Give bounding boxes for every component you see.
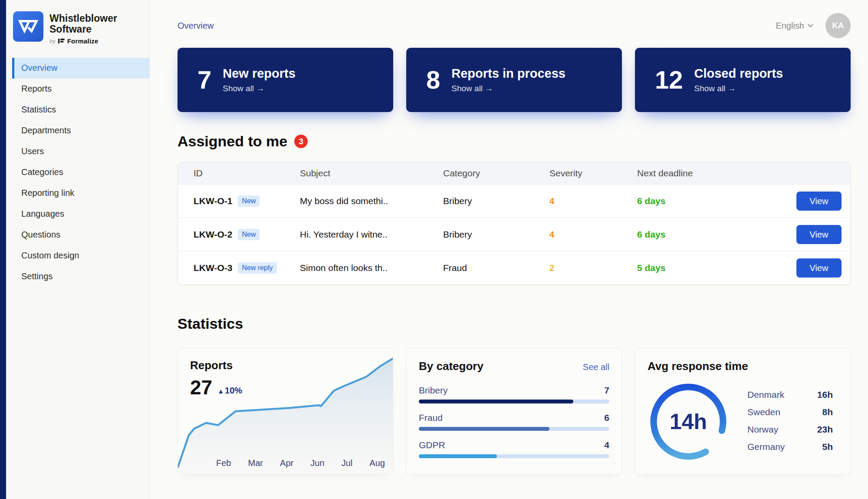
country-row: Norway 23h: [747, 421, 833, 438]
view-button[interactable]: View: [796, 258, 842, 278]
byline-prefix: by: [49, 38, 56, 44]
reports-in-process-show-all-link[interactable]: Show all →: [451, 84, 566, 93]
closed-reports-count: 12: [655, 67, 683, 93]
table-row: LKW-O-2 New Hi. Yesterday I witne.. Brib…: [178, 218, 850, 251]
x-tick: Jul: [342, 458, 353, 468]
language-selector[interactable]: English: [776, 21, 812, 31]
sidebar-item-overview[interactable]: Overview: [12, 58, 149, 79]
country-value: 5h: [822, 442, 833, 452]
closed-reports-card[interactable]: 12 Closed reports Show all →: [635, 48, 851, 112]
report-subject: Hi. Yesterday I witne..: [284, 229, 427, 240]
brand-name-line2: Software: [49, 24, 117, 35]
sidebar-item-languages[interactable]: Languages: [12, 204, 149, 225]
bar-fill: [419, 427, 549, 431]
response-time-donut: 14h: [650, 383, 727, 460]
category-value: 6: [604, 413, 609, 423]
brand-text: Whistleblower Software by Formalize: [49, 11, 117, 45]
assigned-section-header: Assigned to me 3: [178, 133, 851, 150]
avg-response-card: Avg response time 14h: [635, 348, 851, 475]
report-severity: 2: [534, 263, 621, 273]
sidebar-item-custom-design[interactable]: Custom design: [12, 245, 149, 266]
sidebar-item-reports[interactable]: Reports: [12, 79, 149, 99]
report-subject: My boss did somethi..: [284, 196, 427, 206]
category-name: Fraud: [419, 413, 443, 423]
country-value: 8h: [822, 407, 833, 417]
col-header-severity: Severity: [534, 168, 621, 178]
view-button[interactable]: View: [796, 192, 842, 211]
breadcrumb[interactable]: Overview: [178, 21, 214, 31]
col-header-deadline: Next deadline: [621, 168, 785, 178]
closed-reports-show-all-link[interactable]: Show all →: [694, 84, 783, 93]
view-button[interactable]: View: [796, 225, 842, 244]
country-name: Germany: [747, 442, 785, 452]
report-severity: 4: [534, 230, 621, 240]
status-badge: New reply: [238, 262, 276, 274]
sidebar-item-questions[interactable]: Questions: [12, 225, 149, 245]
bar-fill: [419, 454, 497, 458]
avg-response-value: 14h: [650, 383, 727, 460]
report-deadline: 6 days: [621, 229, 785, 240]
left-accent-rail: [0, 0, 6, 499]
reports-chart-title: Reports: [190, 359, 242, 372]
main-content: Overview English KA 7 New reports Show a…: [150, 0, 868, 499]
country-list: Denmark 16h Sweden 8h Norway 23h Germany…: [747, 386, 833, 460]
topbar: Overview English KA: [178, 13, 851, 38]
see-all-link[interactable]: See all: [583, 362, 609, 372]
report-severity: 4: [534, 196, 621, 206]
trend-up-icon: ▲: [217, 387, 224, 395]
arrow-right-icon: →: [728, 84, 736, 93]
x-axis-labels: Feb Mar Apr Jun Jul Aug: [216, 458, 385, 468]
chevron-down-icon: [808, 22, 813, 27]
new-reports-card[interactable]: 7 New reports Show all →: [178, 48, 393, 112]
statistics-cards-row: Reports 27 ▲10% Feb Mar Apr Jun Jul Aug …: [178, 348, 851, 475]
arrow-right-icon: →: [256, 84, 264, 93]
x-tick: Mar: [248, 458, 263, 468]
category-name: GDPR: [419, 440, 445, 450]
col-header-category: Category: [427, 168, 534, 178]
table-row: LKW-O-1 New My boss did somethi.. Briber…: [178, 184, 850, 218]
assigned-title: Assigned to me: [178, 133, 287, 150]
country-value: 23h: [817, 424, 833, 435]
new-reports-count: 7: [197, 67, 211, 93]
sidebar-item-statistics[interactable]: Statistics: [12, 99, 149, 120]
country-row: Germany 5h: [747, 438, 833, 456]
x-tick: Feb: [216, 458, 231, 468]
category-bar-row: GDPR 4: [419, 440, 609, 458]
by-category-card: By category See all Bribery 7 Fraud 6: [406, 348, 622, 475]
avatar[interactable]: KA: [825, 13, 851, 38]
sidebar-item-categories[interactable]: Categories: [12, 162, 149, 183]
by-category-title: By category: [419, 360, 483, 373]
reports-change: ▲10%: [217, 386, 242, 397]
sidebar-item-users[interactable]: Users: [12, 141, 149, 162]
country-value: 16h: [817, 390, 833, 400]
category-bar-row: Fraud 6: [419, 413, 609, 431]
report-subject: Simon often looks th..: [284, 263, 427, 273]
reports-in-process-title: Reports in process: [451, 66, 566, 81]
status-badge: New: [238, 229, 260, 240]
col-header-subject: Subject: [284, 168, 427, 178]
brand-block: Whistleblower Software by Formalize: [6, 0, 149, 52]
report-id: LKW-O-2: [194, 229, 232, 240]
byline-company: Formalize: [67, 37, 99, 45]
report-category: Fraud: [427, 263, 534, 273]
country-name: Sweden: [747, 407, 780, 417]
report-id: LKW-O-1: [194, 196, 232, 206]
w-mark-icon: [18, 19, 38, 34]
bar-track: [419, 427, 609, 431]
sidebar-item-departments[interactable]: Departments: [12, 120, 149, 141]
x-tick: Jun: [310, 458, 324, 468]
report-deadline: 6 days: [621, 196, 785, 206]
new-reports-title: New reports: [223, 66, 296, 81]
formalize-icon: [58, 38, 65, 44]
new-reports-show-all-link[interactable]: Show all →: [223, 84, 296, 93]
arrow-right-icon: →: [485, 84, 493, 93]
country-row: Sweden 8h: [747, 403, 833, 421]
assigned-count-badge: 3: [294, 135, 308, 148]
assigned-table: ID Subject Category Severity Next deadli…: [178, 162, 851, 285]
report-id: LKW-O-3: [194, 263, 232, 273]
reports-in-process-card[interactable]: 8 Reports in process Show all →: [406, 48, 622, 112]
category-name: Bribery: [419, 385, 448, 396]
sidebar-item-reporting-link[interactable]: Reporting link: [12, 183, 149, 204]
sidebar-item-settings[interactable]: Settings: [12, 266, 149, 287]
country-name: Denmark: [747, 390, 784, 400]
